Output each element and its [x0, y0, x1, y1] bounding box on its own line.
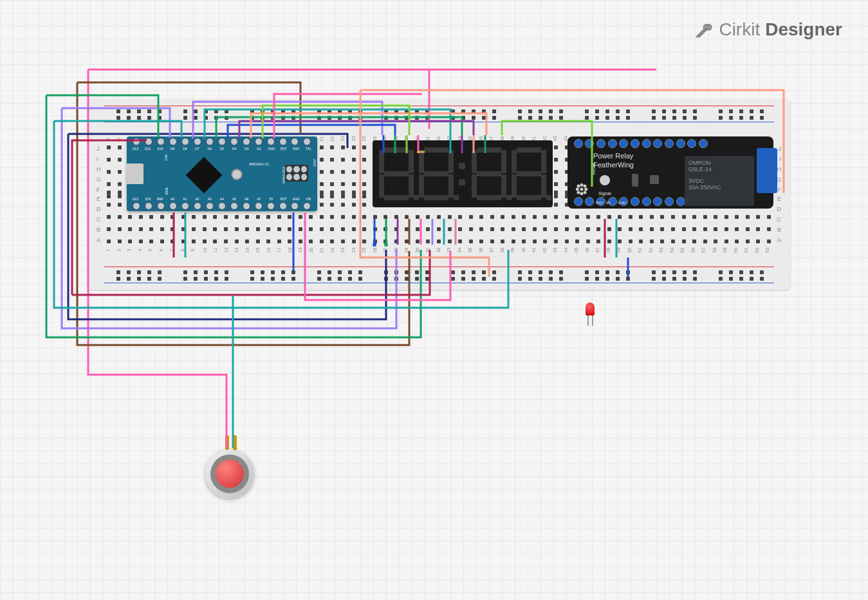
relay-terminal-block[interactable]	[757, 148, 777, 193]
led-cathode	[592, 315, 593, 326]
svg-point-10	[584, 191, 587, 194]
board-text-usa: USA	[164, 155, 168, 161]
svg-point-2	[580, 188, 584, 191]
led-red[interactable]	[586, 303, 595, 315]
svg-point-5	[576, 188, 579, 191]
seven-segment-display[interactable]	[373, 140, 553, 207]
svg-point-8	[584, 185, 587, 188]
led-anode	[587, 315, 589, 326]
icsp-label: ICSP	[313, 159, 317, 167]
colon	[459, 158, 466, 190]
arduino-nano[interactable]: D12D11D10D9D8D7D6D5D4D3D2GNDRSTRX0TX1 D1…	[127, 136, 317, 211]
svg-point-3	[580, 183, 584, 187]
app-logo: Cirkit Designer	[694, 19, 842, 40]
relay-cube-label: OMRON G5LE-14 3VDC 10A 250VAC	[685, 156, 754, 206]
reset-button[interactable]	[231, 169, 243, 180]
atmega-chip	[186, 157, 223, 194]
usb-mini-port	[125, 164, 143, 184]
adafruit-flower-icon	[575, 183, 588, 196]
svg-point-6	[584, 188, 587, 191]
digit-1	[379, 147, 414, 200]
relay-component-2	[650, 175, 659, 184]
board-text-arduino: ARDUINO.CC	[249, 162, 270, 166]
power-rail-top[interactable]	[104, 104, 774, 124]
svg-point-9	[577, 191, 580, 194]
board-text-year: 2009	[165, 187, 169, 194]
logo-text-1: Cirkit	[719, 19, 760, 40]
icsp-header[interactable]	[285, 165, 308, 182]
relay-reset-button[interactable]	[600, 175, 610, 185]
button-terminals	[225, 435, 237, 451]
logo-text-2: Designer	[765, 19, 842, 40]
svg-point-7	[577, 185, 580, 188]
wires-layer	[0, 0, 868, 600]
relay-component	[632, 174, 638, 187]
relay-title-2: FeatherWing	[593, 161, 634, 169]
digit-3	[472, 147, 506, 200]
svg-point-4	[580, 192, 584, 195]
round-pushbutton[interactable]	[205, 449, 254, 498]
power-relay-featherwing[interactable]: Power Relay FeatherWing OMRON G5LE-14 3V…	[568, 136, 773, 209]
board-text-model: NANO V3.0	[282, 167, 286, 183]
digit-4	[512, 147, 546, 200]
power-rail-bottom[interactable]	[104, 265, 774, 285]
digit-2	[419, 147, 454, 200]
wire-icon	[694, 20, 714, 39]
relay-title-1: Power Relay	[593, 152, 633, 160]
